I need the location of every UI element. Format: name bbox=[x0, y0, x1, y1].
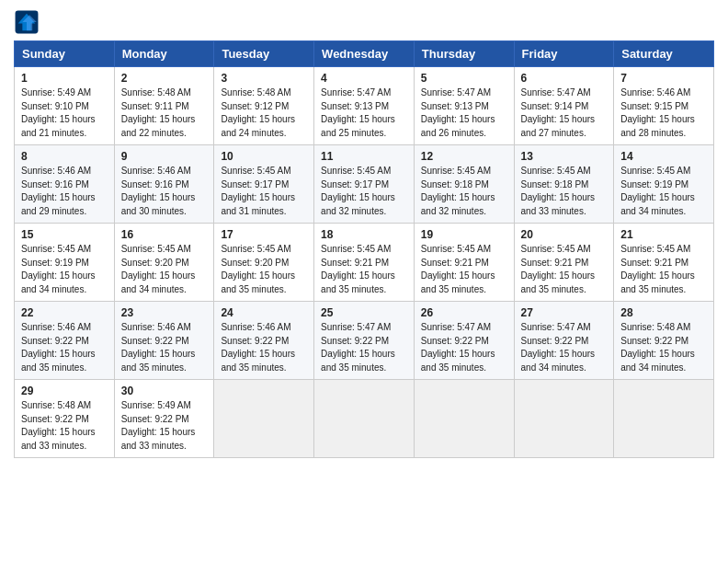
day-info: Sunrise: 5:46 AMSunset: 9:22 PMDaylight:… bbox=[221, 321, 307, 374]
header-cell-saturday: Saturday bbox=[614, 41, 714, 67]
header bbox=[14, 9, 714, 35]
day-info: Sunrise: 5:47 AMSunset: 9:13 PMDaylight:… bbox=[421, 86, 507, 140]
week-row-3: 15 Sunrise: 5:45 AMSunset: 9:19 PMDaylig… bbox=[15, 224, 714, 302]
day-number: 14 bbox=[620, 150, 707, 163]
day-number: 22 bbox=[21, 306, 108, 319]
day-info: Sunrise: 5:45 AMSunset: 9:21 PMDaylight:… bbox=[521, 243, 608, 296]
day-info: Sunrise: 5:45 AMSunset: 9:19 PMDaylight:… bbox=[620, 165, 707, 218]
day-info: Sunrise: 5:48 AMSunset: 9:22 PMDaylight:… bbox=[620, 321, 707, 374]
day-number: 6 bbox=[521, 72, 608, 85]
day-number: 15 bbox=[21, 228, 108, 241]
logo bbox=[14, 9, 43, 35]
day-number: 13 bbox=[521, 150, 608, 163]
day-number: 2 bbox=[121, 72, 208, 85]
day-number: 20 bbox=[521, 228, 608, 241]
day-number: 1 bbox=[21, 72, 108, 85]
day-number: 9 bbox=[121, 150, 208, 163]
calendar-table: SundayMondayTuesdayWednesdayThursdayFrid… bbox=[14, 40, 714, 458]
logo-icon bbox=[14, 9, 40, 35]
day-info: Sunrise: 5:45 AMSunset: 9:17 PMDaylight:… bbox=[321, 165, 407, 218]
day-number: 8 bbox=[21, 150, 108, 163]
day-info: Sunrise: 5:46 AMSunset: 9:15 PMDaylight:… bbox=[620, 86, 707, 140]
day-info: Sunrise: 5:45 AMSunset: 9:20 PMDaylight:… bbox=[121, 243, 208, 296]
header-cell-sunday: Sunday bbox=[15, 41, 115, 67]
day-info: Sunrise: 5:46 AMSunset: 9:22 PMDaylight:… bbox=[121, 321, 208, 374]
header-cell-monday: Monday bbox=[114, 41, 214, 67]
day-cell: 7 Sunrise: 5:46 AMSunset: 9:15 PMDayligh… bbox=[614, 67, 714, 145]
header-cell-tuesday: Tuesday bbox=[214, 41, 314, 67]
day-cell: 29 Sunrise: 5:48 AMSunset: 9:22 PMDaylig… bbox=[15, 380, 115, 458]
day-cell: 27 Sunrise: 5:47 AMSunset: 9:22 PMDaylig… bbox=[514, 302, 614, 380]
day-number: 10 bbox=[221, 150, 307, 163]
day-cell: 19 Sunrise: 5:45 AMSunset: 9:21 PMDaylig… bbox=[414, 224, 514, 302]
day-cell: 1 Sunrise: 5:49 AMSunset: 9:10 PMDayligh… bbox=[15, 67, 115, 145]
day-info: Sunrise: 5:46 AMSunset: 9:16 PMDaylight:… bbox=[21, 165, 108, 218]
day-number: 12 bbox=[421, 150, 507, 163]
day-number: 21 bbox=[620, 228, 707, 241]
day-info: Sunrise: 5:45 AMSunset: 9:17 PMDaylight:… bbox=[221, 165, 307, 218]
day-cell: 14 Sunrise: 5:45 AMSunset: 9:19 PMDaylig… bbox=[614, 145, 714, 224]
week-row-5: 29 Sunrise: 5:48 AMSunset: 9:22 PMDaylig… bbox=[15, 380, 714, 458]
day-cell: 11 Sunrise: 5:45 AMSunset: 9:17 PMDaylig… bbox=[314, 145, 415, 224]
day-cell: 28 Sunrise: 5:48 AMSunset: 9:22 PMDaylig… bbox=[614, 302, 714, 380]
day-cell: 17 Sunrise: 5:45 AMSunset: 9:20 PMDaylig… bbox=[214, 224, 314, 302]
day-info: Sunrise: 5:45 AMSunset: 9:18 PMDaylight:… bbox=[521, 165, 608, 218]
day-number: 19 bbox=[421, 228, 507, 241]
day-number: 5 bbox=[421, 72, 507, 85]
day-number: 17 bbox=[221, 228, 307, 241]
header-cell-thursday: Thursday bbox=[414, 41, 514, 67]
day-cell: 10 Sunrise: 5:45 AMSunset: 9:17 PMDaylig… bbox=[214, 145, 314, 224]
day-cell bbox=[414, 380, 514, 458]
day-info: Sunrise: 5:48 AMSunset: 9:11 PMDaylight:… bbox=[121, 86, 208, 140]
day-info: Sunrise: 5:47 AMSunset: 9:14 PMDaylight:… bbox=[521, 86, 608, 140]
day-number: 18 bbox=[321, 228, 407, 241]
day-cell: 16 Sunrise: 5:45 AMSunset: 9:20 PMDaylig… bbox=[114, 224, 214, 302]
day-cell: 12 Sunrise: 5:45 AMSunset: 9:18 PMDaylig… bbox=[414, 145, 514, 224]
day-info: Sunrise: 5:46 AMSunset: 9:16 PMDaylight:… bbox=[121, 165, 208, 218]
page: SundayMondayTuesdayWednesdayThursdayFrid… bbox=[0, 0, 728, 563]
day-number: 24 bbox=[221, 306, 307, 319]
day-info: Sunrise: 5:46 AMSunset: 9:22 PMDaylight:… bbox=[21, 321, 108, 374]
day-info: Sunrise: 5:45 AMSunset: 9:19 PMDaylight:… bbox=[21, 243, 108, 296]
day-number: 27 bbox=[521, 306, 608, 319]
day-cell: 23 Sunrise: 5:46 AMSunset: 9:22 PMDaylig… bbox=[114, 302, 214, 380]
day-cell: 6 Sunrise: 5:47 AMSunset: 9:14 PMDayligh… bbox=[514, 67, 614, 145]
week-row-4: 22 Sunrise: 5:46 AMSunset: 9:22 PMDaylig… bbox=[15, 302, 714, 380]
day-info: Sunrise: 5:47 AMSunset: 9:13 PMDaylight:… bbox=[321, 86, 407, 140]
day-info: Sunrise: 5:45 AMSunset: 9:21 PMDaylight:… bbox=[421, 243, 507, 296]
day-cell: 3 Sunrise: 5:48 AMSunset: 9:12 PMDayligh… bbox=[214, 67, 314, 145]
day-number: 16 bbox=[121, 228, 208, 241]
day-cell: 22 Sunrise: 5:46 AMSunset: 9:22 PMDaylig… bbox=[15, 302, 115, 380]
day-number: 4 bbox=[321, 72, 407, 85]
day-info: Sunrise: 5:49 AMSunset: 9:10 PMDaylight:… bbox=[21, 86, 108, 140]
day-number: 28 bbox=[620, 306, 707, 319]
day-cell: 15 Sunrise: 5:45 AMSunset: 9:19 PMDaylig… bbox=[15, 224, 115, 302]
day-cell: 18 Sunrise: 5:45 AMSunset: 9:21 PMDaylig… bbox=[314, 224, 415, 302]
day-info: Sunrise: 5:47 AMSunset: 9:22 PMDaylight:… bbox=[321, 321, 407, 374]
day-cell: 5 Sunrise: 5:47 AMSunset: 9:13 PMDayligh… bbox=[414, 67, 514, 145]
day-info: Sunrise: 5:47 AMSunset: 9:22 PMDaylight:… bbox=[421, 321, 507, 374]
header-cell-friday: Friday bbox=[514, 41, 614, 67]
day-number: 25 bbox=[321, 306, 407, 319]
day-number: 3 bbox=[221, 72, 307, 85]
day-cell bbox=[214, 380, 314, 458]
day-cell bbox=[614, 380, 714, 458]
day-cell bbox=[314, 380, 415, 458]
day-cell: 21 Sunrise: 5:45 AMSunset: 9:21 PMDaylig… bbox=[614, 224, 714, 302]
day-info: Sunrise: 5:48 AMSunset: 9:22 PMDaylight:… bbox=[21, 399, 108, 453]
day-info: Sunrise: 5:45 AMSunset: 9:18 PMDaylight:… bbox=[421, 165, 507, 218]
day-cell bbox=[514, 380, 614, 458]
day-number: 23 bbox=[121, 306, 208, 319]
day-cell: 9 Sunrise: 5:46 AMSunset: 9:16 PMDayligh… bbox=[114, 145, 214, 224]
day-info: Sunrise: 5:45 AMSunset: 9:21 PMDaylight:… bbox=[321, 243, 407, 296]
day-info: Sunrise: 5:47 AMSunset: 9:22 PMDaylight:… bbox=[521, 321, 608, 374]
day-number: 7 bbox=[620, 72, 707, 85]
day-cell: 13 Sunrise: 5:45 AMSunset: 9:18 PMDaylig… bbox=[514, 145, 614, 224]
day-info: Sunrise: 5:45 AMSunset: 9:21 PMDaylight:… bbox=[620, 243, 707, 296]
header-row: SundayMondayTuesdayWednesdayThursdayFrid… bbox=[15, 41, 714, 67]
day-cell: 26 Sunrise: 5:47 AMSunset: 9:22 PMDaylig… bbox=[414, 302, 514, 380]
day-cell: 8 Sunrise: 5:46 AMSunset: 9:16 PMDayligh… bbox=[15, 145, 115, 224]
day-info: Sunrise: 5:45 AMSunset: 9:20 PMDaylight:… bbox=[221, 243, 307, 296]
week-row-1: 1 Sunrise: 5:49 AMSunset: 9:10 PMDayligh… bbox=[15, 67, 714, 145]
day-number: 11 bbox=[321, 150, 407, 163]
